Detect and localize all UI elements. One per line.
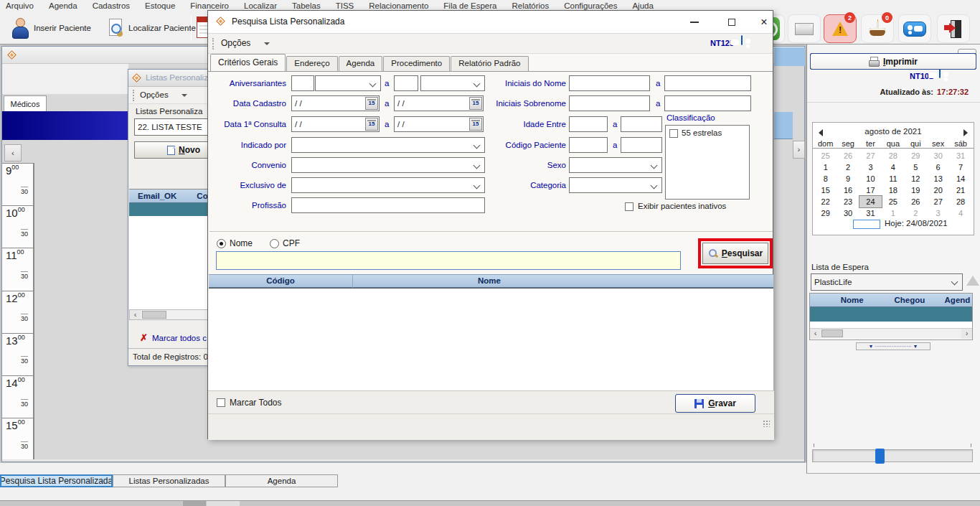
calendar-day[interactable]: 2 xyxy=(837,161,859,173)
insert-patient-button[interactable]: Inserir Paciente xyxy=(4,14,98,42)
time-slot[interactable]: 1200 xyxy=(2,291,33,312)
calendar-day[interactable]: 17 xyxy=(859,184,882,196)
calendar-day[interactable]: 1 xyxy=(814,161,837,173)
column-header[interactable]: Email_OK xyxy=(138,192,176,200)
dialog-tab[interactable]: Relatório Padrão xyxy=(451,56,528,71)
calendar-day[interactable]: 8 xyxy=(814,173,837,184)
menu-item[interactable]: Tabelas xyxy=(292,1,321,10)
menu-item[interactable]: Estoque xyxy=(145,1,175,10)
calendar-day[interactable]: 12 xyxy=(905,173,927,184)
calendar-day[interactable]: 22 xyxy=(814,196,837,207)
column-header-nome[interactable]: Nome xyxy=(352,276,626,285)
time-slot[interactable]: 1500 xyxy=(2,418,33,439)
minimize-button[interactable] xyxy=(682,14,707,31)
search-by-name-option[interactable]: Nome xyxy=(217,238,253,248)
calendar-day[interactable]: 27 xyxy=(927,196,949,207)
calendar-day[interactable]: 21 xyxy=(949,184,971,196)
support-chat-icon[interactable] xyxy=(741,35,743,45)
calendar-day[interactable]: 10 xyxy=(859,173,882,184)
calendar-day[interactable]: 19 xyxy=(905,184,927,196)
mail-button[interactable] xyxy=(788,14,821,43)
birthday-day-to-input[interactable] xyxy=(394,75,418,91)
scroll-right-button[interactable]: › xyxy=(793,141,805,159)
window-tab[interactable]: Pesquisa Lista Personalizada xyxy=(0,474,113,487)
alerts-button[interactable]: 2 xyxy=(824,14,857,43)
age-from-input[interactable] xyxy=(569,116,608,132)
time-slot[interactable]: 1300 xyxy=(2,333,33,355)
tab-medicos[interactable]: Médicos xyxy=(4,95,47,111)
calendar-day[interactable]: 2 xyxy=(905,207,927,219)
search-by-cpf-option[interactable]: CPF xyxy=(270,238,300,248)
birthday-day-from-input[interactable] xyxy=(291,75,314,91)
dialog-tab[interactable]: Procedimento xyxy=(383,56,450,71)
menu-item[interactable]: Relacionamento xyxy=(369,1,428,10)
menu-item[interactable]: Localizar xyxy=(244,1,277,10)
classification-listbox[interactable]: 55 estrelas xyxy=(665,125,750,200)
register-date-from-input[interactable]: / /15 xyxy=(291,95,380,111)
time-slot[interactable]: 900 xyxy=(2,163,33,184)
name-initials-to-input[interactable] xyxy=(664,75,751,91)
close-button[interactable]: × xyxy=(751,14,777,31)
menu-item[interactable]: Fila de Espera xyxy=(443,1,496,10)
calendar-day[interactable]: 27 xyxy=(859,150,882,161)
patient-code-from-input[interactable] xyxy=(569,137,608,153)
calendar-day[interactable]: 31 xyxy=(859,207,882,219)
time-slot[interactable]: 1100 xyxy=(2,248,33,269)
column-header-chegou[interactable]: Chegou xyxy=(895,296,945,304)
stars-checkbox[interactable] xyxy=(669,129,678,138)
exclusive-of-select[interactable] xyxy=(291,177,485,193)
name-radio[interactable] xyxy=(217,239,226,248)
calendar-day[interactable]: 4 xyxy=(949,207,971,219)
column-header-agend[interactable]: Agend xyxy=(945,296,972,304)
calendar-day[interactable]: 29 xyxy=(905,150,927,161)
dialog-tab[interactable]: Agenda xyxy=(339,56,383,71)
category-select[interactable] xyxy=(569,177,662,193)
calendar-day[interactable]: 26 xyxy=(905,196,927,207)
calendar-picker-icon[interactable]: 15 xyxy=(365,97,378,110)
maximize-button[interactable] xyxy=(719,14,745,31)
surname-initials-from-input[interactable] xyxy=(569,95,650,111)
locate-patient-button[interactable]: Localizar Paciente xyxy=(99,14,202,42)
dialog-titlebar[interactable]: Pesquisa Lista Personalizada × xyxy=(208,11,773,34)
calendar-day[interactable]: 25 xyxy=(882,196,904,207)
window-tab[interactable]: Agenda xyxy=(225,474,338,487)
calendar-day[interactable]: 23 xyxy=(837,196,859,207)
menu-item[interactable]: Configurações xyxy=(564,1,617,10)
zoom-slider-track[interactable] xyxy=(812,449,973,462)
scroll-left-arrow[interactable]: ‹ xyxy=(810,329,821,339)
calendar-day[interactable]: 4 xyxy=(882,161,904,173)
time-slot[interactable]: 30 xyxy=(2,311,33,333)
calendar-day[interactable]: 16 xyxy=(837,184,859,196)
calendar-day[interactable]: 15 xyxy=(814,184,837,196)
calendar-day[interactable]: 28 xyxy=(882,150,904,161)
first-visit-date-from-input[interactable]: / /15 xyxy=(291,116,380,132)
scroll-left-button[interactable]: ‹ xyxy=(4,144,22,161)
insurance-select[interactable] xyxy=(291,157,485,173)
time-slot[interactable]: 1400 xyxy=(2,375,33,397)
calendar-day[interactable]: 18 xyxy=(882,184,904,196)
dialog-tab[interactable]: Critérios Gerais xyxy=(210,54,286,71)
surname-initials-to-input[interactable] xyxy=(664,95,751,111)
prev-month-icon[interactable] xyxy=(819,129,823,136)
calendar-day[interactable]: 20 xyxy=(927,184,949,196)
resize-grip[interactable] xyxy=(763,420,770,427)
exit-button[interactable] xyxy=(937,14,970,43)
birthdays-button[interactable]: 0 xyxy=(861,14,894,43)
calendar-month-label[interactable]: agosto de 2021 xyxy=(813,123,974,136)
search-input[interactable] xyxy=(216,251,681,270)
time-slot[interactable]: 30 xyxy=(2,227,33,248)
save-button[interactable]: Gravar xyxy=(675,394,755,413)
lists-options-menu[interactable]: Opções xyxy=(140,90,169,99)
calendar-day[interactable]: 30 xyxy=(927,150,949,161)
patient-code-to-input[interactable] xyxy=(621,137,662,153)
calendar-day[interactable]: 6 xyxy=(927,161,949,173)
menu-item[interactable]: Financeiro xyxy=(190,1,229,10)
waiting-horizontal-scrollbar[interactable]: ‹ › xyxy=(810,328,972,339)
calendar-day[interactable]: 14 xyxy=(949,173,971,184)
waiting-list-select[interactable]: PlasticLife xyxy=(811,273,963,291)
calendar-day[interactable]: 26 xyxy=(837,150,859,161)
selected-row[interactable] xyxy=(810,307,972,322)
menu-item[interactable]: Ajuda xyxy=(632,1,653,10)
time-slot[interactable]: 30 xyxy=(2,397,33,418)
next-month-icon[interactable] xyxy=(963,129,968,136)
